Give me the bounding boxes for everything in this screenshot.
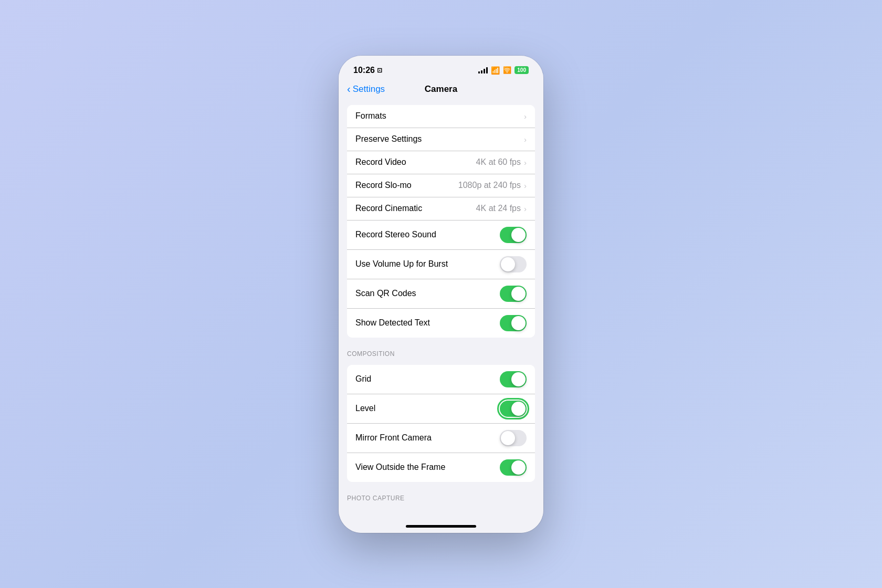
list-item-scan-qr: Scan QR Codes [347, 279, 535, 309]
list-item-view-outside-frame: View Outside the Frame [347, 453, 535, 482]
scan-qr-toggle[interactable] [500, 286, 527, 302]
status-bar: 10:26 ⊡ 📶 🛜 100 [339, 56, 543, 82]
toggle-knob [511, 460, 526, 475]
preserve-settings-chevron-icon: › [524, 135, 527, 144]
phone-frame: 10:26 ⊡ 📶 🛜 100 ‹ Settings Camera [339, 56, 543, 533]
list-item-grid: Grid [347, 365, 535, 394]
show-detected-text-label: Show Detected Text [355, 318, 430, 328]
record-slomo-label: Record Slo-mo [355, 181, 412, 190]
record-stereo-sound-label: Record Stereo Sound [355, 230, 436, 239]
list-item-show-detected-text: Show Detected Text [347, 309, 535, 338]
grid-toggle[interactable] [500, 371, 527, 387]
preserve-settings-right: › [524, 135, 527, 144]
wifi-icon: 📶 [491, 66, 500, 75]
list-item-volume-burst: Use Volume Up for Burst [347, 250, 535, 279]
photo-capture-section: PHOTO CAPTURE [339, 486, 543, 505]
record-stereo-sound-toggle[interactable] [500, 227, 527, 243]
back-chevron-icon: ‹ [347, 83, 351, 95]
view-outside-frame-label: View Outside the Frame [355, 463, 445, 472]
bottom-bar [339, 521, 543, 533]
level-label: Level [355, 404, 375, 413]
composition-group: Grid Level Mirror Front Camera [347, 365, 535, 482]
level-toggle[interactable] [500, 401, 527, 417]
toggle-knob [501, 257, 515, 271]
formats-right: › [524, 112, 527, 121]
wifi-signal-icon: 🛜 [503, 66, 511, 74]
show-detected-text-toggle[interactable] [500, 315, 527, 331]
toggle-knob [511, 372, 526, 386]
back-button[interactable]: ‹ Settings [347, 83, 385, 95]
list-item-record-video[interactable]: Record Video 4K at 60 fps › [347, 151, 535, 174]
nav-bar: ‹ Settings Camera [339, 82, 543, 101]
main-settings-group: Formats › Preserve Settings › Record Vid… [347, 105, 535, 338]
photo-capture-section-header: PHOTO CAPTURE [339, 486, 543, 505]
formats-label: Formats [355, 111, 386, 121]
toggle-knob [511, 316, 526, 330]
toggle-knob [511, 228, 526, 242]
toggle-knob [511, 287, 526, 301]
page-title: Camera [425, 84, 457, 94]
scan-qr-label: Scan QR Codes [355, 289, 416, 298]
signal-icon [478, 67, 488, 74]
record-video-label: Record Video [355, 158, 406, 167]
record-slomo-right: 1080p at 240 fps › [458, 181, 527, 190]
back-label: Settings [353, 84, 385, 94]
view-outside-frame-toggle[interactable] [500, 459, 527, 476]
record-cinematic-right: 4K at 24 fps › [476, 204, 527, 213]
preserve-settings-label: Preserve Settings [355, 134, 422, 144]
composition-section: COMPOSITION Grid Level [339, 342, 543, 482]
grid-label: Grid [355, 374, 371, 384]
list-item-record-slomo[interactable]: Record Slo-mo 1080p at 240 fps › [347, 174, 535, 197]
record-video-value: 4K at 60 fps [476, 158, 521, 167]
record-cinematic-chevron-icon: › [524, 204, 527, 213]
toggle-knob [501, 431, 515, 445]
list-item-record-stereo-sound: Record Stereo Sound [347, 220, 535, 250]
list-item-record-cinematic[interactable]: Record Cinematic 4K at 24 fps › [347, 197, 535, 220]
volume-burst-toggle[interactable] [500, 256, 527, 272]
mirror-front-camera-label: Mirror Front Camera [355, 433, 432, 443]
record-video-chevron-icon: › [524, 158, 527, 167]
mirror-front-camera-toggle[interactable] [500, 430, 527, 446]
record-slomo-chevron-icon: › [524, 181, 527, 190]
list-item-preserve-settings[interactable]: Preserve Settings › [347, 128, 535, 151]
lock-icon: ⊡ [377, 67, 382, 74]
list-item-mirror-front-camera: Mirror Front Camera [347, 424, 535, 453]
toggle-knob [511, 402, 526, 416]
time-display: 10:26 [353, 66, 375, 75]
list-item-formats[interactable]: Formats › [347, 105, 535, 128]
record-cinematic-label: Record Cinematic [355, 204, 422, 213]
status-icons: 📶 🛜 100 [478, 66, 529, 75]
settings-content: Formats › Preserve Settings › Record Vid… [339, 101, 543, 521]
home-indicator [406, 525, 476, 528]
record-slomo-value: 1080p at 240 fps [458, 181, 521, 190]
composition-section-header: COMPOSITION [339, 342, 543, 361]
list-item-level: Level [347, 394, 535, 424]
battery-indicator: 100 [514, 66, 529, 74]
record-video-right: 4K at 60 fps › [476, 158, 527, 167]
formats-chevron-icon: › [524, 112, 527, 121]
volume-burst-label: Use Volume Up for Burst [355, 259, 448, 269]
status-time: 10:26 ⊡ [353, 66, 382, 75]
record-cinematic-value: 4K at 24 fps [476, 204, 521, 213]
